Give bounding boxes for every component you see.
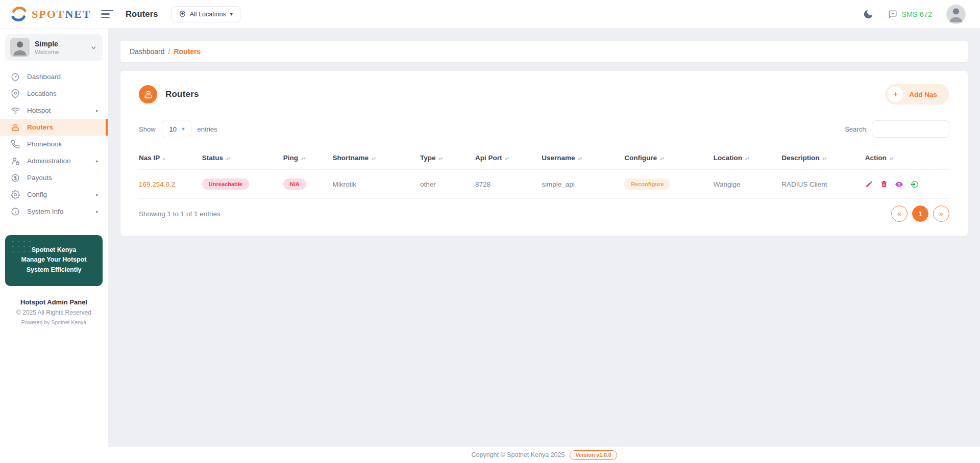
sidebar: Simple Welcome Dashboard Locations Hotsp…: [0, 29, 108, 463]
sms-balance[interactable]: SMS 672: [888, 10, 932, 19]
powered-by-text: Powered by Spotnet Kenya: [0, 319, 108, 325]
main-content: Dashboard / Routers Routers +: [108, 29, 980, 447]
location-selector-label: All Locations: [190, 11, 226, 18]
sidebar-item-payouts[interactable]: Payouts: [0, 169, 108, 186]
login-icon[interactable]: [910, 180, 919, 189]
cell-api-port: 8728: [475, 170, 542, 199]
wifi-icon: [11, 106, 20, 115]
chevron-down-icon: [90, 44, 97, 52]
user-card[interactable]: Simple Welcome: [5, 34, 103, 61]
avatar[interactable]: [946, 5, 966, 24]
search-label: Search:: [845, 125, 868, 133]
search-input[interactable]: [872, 120, 949, 138]
breadcrumb-dashboard-link[interactable]: Dashboard: [130, 47, 165, 56]
add-nas-button[interactable]: + Add Nas: [885, 84, 949, 105]
cell-actions: [865, 170, 949, 199]
column-header-type[interactable]: Type▴▾: [420, 146, 475, 170]
sort-icon: ▴▾: [660, 157, 664, 160]
edit-icon[interactable]: [865, 180, 873, 188]
cell-description: RADIUS Client: [781, 170, 865, 199]
moon-icon[interactable]: [863, 9, 874, 20]
cell-nas-ip: 169.254.0.2: [139, 170, 202, 199]
column-header-username[interactable]: Username▴▾: [542, 146, 624, 170]
sidebar-item-label: Routers: [27, 123, 53, 131]
brand-logo: SPOTNET: [0, 5, 108, 24]
sidebar-item-dashboard[interactable]: Dashboard: [0, 68, 108, 85]
cell-configure: Reconfigure: [624, 170, 714, 199]
user-lock-icon: [11, 157, 20, 166]
sidebar-item-label: Config: [27, 191, 47, 198]
entries-label: entries: [198, 125, 217, 133]
sidebar-item-hotspot[interactable]: Hotspot ▸: [0, 102, 108, 119]
sort-icon: ▴▾: [372, 157, 376, 160]
show-label: Show: [139, 125, 156, 133]
column-header-nas-ip[interactable]: Nas IP▴: [139, 146, 202, 170]
page-footer: Copyright © Spotnet Kenya 2025 Version v…: [108, 447, 980, 463]
pagination-page-1[interactable]: 1: [912, 205, 928, 222]
table-header-row: Nas IP▴ Status▴▾ Ping▴▾ Shortname▴▾ Type…: [139, 146, 949, 170]
pagination-next-button[interactable]: »: [933, 205, 949, 222]
brand-name: SPOTNET: [32, 8, 91, 21]
spotnet-swirl-icon: [9, 5, 29, 24]
view-icon[interactable]: [895, 180, 903, 189]
person-icon: [946, 5, 966, 24]
rights-text: © 2025 All Rights Reserved: [0, 309, 108, 316]
pagination: « 1 »: [891, 205, 949, 222]
breadcrumb: Dashboard / Routers: [120, 41, 968, 62]
column-header-location[interactable]: Location▴▾: [714, 146, 781, 170]
card-title: Routers: [165, 89, 199, 99]
promo-line: Spotnet Kenya: [11, 245, 96, 255]
sidebar-item-label: Hotspot: [27, 107, 51, 114]
page-size-value: 10: [169, 125, 177, 133]
column-header-api-port[interactable]: Api Port▴▾: [475, 146, 542, 170]
pagination-prev-button[interactable]: «: [891, 205, 908, 222]
sidebar-item-label: Phonebook: [27, 140, 62, 148]
routers-card: Routers + Add Nas Show 10 ▼: [120, 71, 968, 236]
ping-badge: N/A: [283, 178, 306, 190]
sms-balance-label: SMS 672: [901, 10, 932, 18]
sidebar-item-routers[interactable]: Routers: [0, 119, 108, 136]
column-header-action[interactable]: Action▴▾: [865, 146, 949, 170]
cell-type: other: [420, 170, 475, 199]
reconfigure-button[interactable]: Reconfigure: [624, 178, 670, 190]
table-row: 169.254.0.2 Unreachable N/A Mikrotik oth…: [139, 170, 949, 199]
user-subtitle: Welcome: [35, 49, 85, 55]
page-title: Routers: [126, 9, 158, 19]
sort-icon: ▴▾: [226, 157, 230, 160]
sidebar-item-phonebook[interactable]: Phonebook: [0, 136, 108, 152]
breadcrumb-separator: /: [168, 47, 170, 56]
sort-icon: ▴▾: [505, 157, 509, 160]
promo-banner: Spotnet Kenya Manage Your Hotspot System…: [5, 235, 103, 286]
router-icon: [11, 123, 20, 132]
sort-icon: ▴▾: [439, 157, 443, 160]
breadcrumb-current: Routers: [174, 47, 201, 56]
sidebar-item-label: Payouts: [27, 174, 52, 182]
map-pin-icon: [11, 89, 20, 98]
sidebar-item-administration[interactable]: Administration ▸: [0, 152, 108, 169]
chevron-down-icon: ▼: [181, 126, 186, 132]
topbar: SPOTNET Routers All Locations ▾ SMS 672: [0, 0, 980, 29]
page-size-select[interactable]: 10 ▼: [162, 120, 191, 138]
cell-shortname: Mikrotik: [333, 170, 421, 199]
sort-icon: ▴▾: [890, 157, 894, 160]
sidebar-item-label: Dashboard: [27, 73, 61, 81]
dollar-icon: [11, 173, 20, 183]
location-selector[interactable]: All Locations ▾: [172, 6, 240, 22]
sidebar-nav: Dashboard Locations Hotspot ▸ Routers: [0, 68, 108, 220]
column-header-shortname[interactable]: Shortname▴▾: [333, 146, 421, 170]
user-avatar: [10, 38, 30, 57]
column-header-configure[interactable]: Configure▴▾: [624, 146, 714, 170]
cell-location: Wangige: [714, 170, 781, 199]
column-header-status[interactable]: Status▴▾: [202, 146, 283, 170]
column-header-ping[interactable]: Ping▴▾: [283, 146, 333, 170]
sidebar-item-locations[interactable]: Locations: [0, 85, 108, 102]
sidebar-item-system-info[interactable]: System Info ▸: [0, 203, 108, 220]
delete-icon[interactable]: [880, 180, 888, 188]
hamburger-icon[interactable]: [101, 8, 114, 20]
column-header-description[interactable]: Description▴▾: [781, 146, 865, 170]
sort-icon: ▴▾: [745, 157, 749, 160]
sort-icon: ▴▾: [301, 157, 305, 160]
add-nas-label: Add Nas: [909, 91, 937, 98]
sidebar-footer: Hotspot Admin Panel © 2025 All Rights Re…: [0, 298, 108, 325]
sidebar-item-config[interactable]: Config ▸: [0, 186, 108, 203]
